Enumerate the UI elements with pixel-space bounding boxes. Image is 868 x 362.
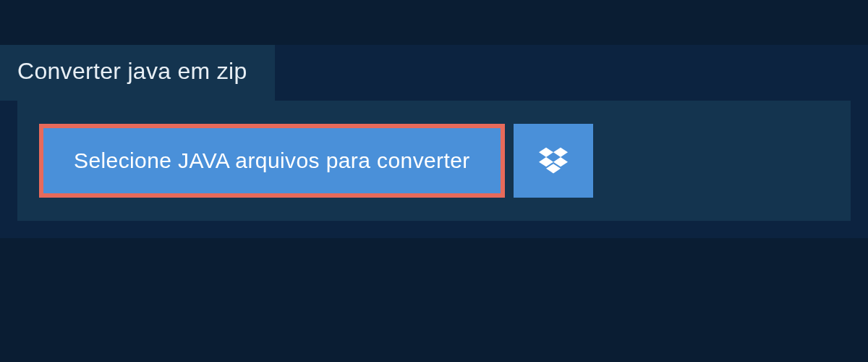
tab-convert-java-to-zip[interactable]: Converter java em zip	[0, 45, 275, 101]
dropbox-icon	[539, 147, 568, 174]
bottom-bar	[0, 238, 868, 362]
select-files-button[interactable]: Selecione JAVA arquivos para converter	[39, 124, 505, 198]
svg-marker-1	[553, 148, 568, 157]
top-bar	[0, 0, 868, 45]
tab-container: Converter java em zip	[0, 45, 868, 101]
tab-label: Converter java em zip	[17, 58, 247, 84]
dropbox-button[interactable]	[514, 124, 593, 198]
svg-marker-0	[539, 148, 553, 157]
upload-panel: Selecione JAVA arquivos para converter	[17, 101, 851, 221]
select-files-button-label: Selecione JAVA arquivos para converter	[74, 148, 470, 173]
